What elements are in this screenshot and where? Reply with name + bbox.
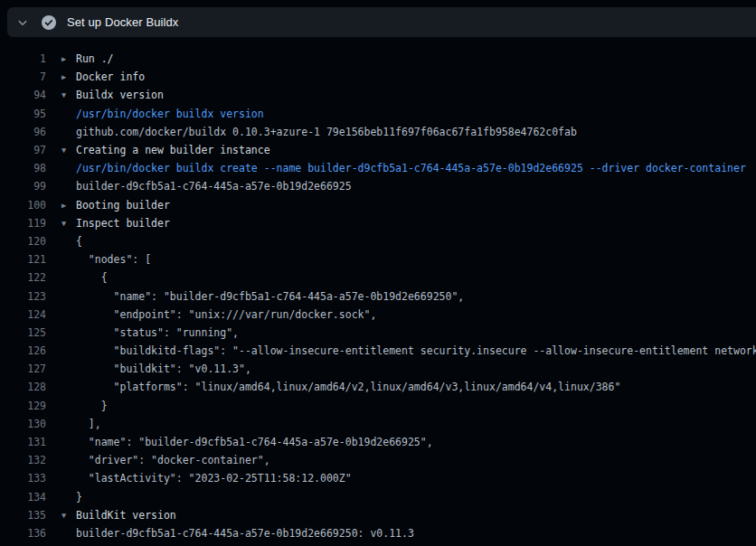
line-number[interactable]: 94 [0, 89, 46, 101]
output-text: ], [76, 418, 101, 430]
line-number[interactable]: 126 [0, 344, 46, 357]
line-number[interactable]: 1 [0, 52, 46, 65]
line-number[interactable]: 7 [0, 71, 46, 83]
line-number[interactable]: 132 [0, 454, 46, 466]
chevron-collapsed-icon[interactable]: ▶ [61, 201, 73, 210]
line-number[interactable]: 129 [0, 400, 46, 412]
chevron-collapsed-icon[interactable]: ▶ [61, 54, 73, 63]
line-number[interactable]: 133 [0, 472, 46, 485]
chevron-down-icon[interactable] [17, 17, 28, 28]
output-text: "driver": "docker-container", [76, 454, 270, 466]
output-text: "name": "builder-d9cfb5a1-c764-445a-a57e… [76, 290, 464, 303]
output-text: "name": "builder-d9cfb5a1-c764-445a-a57e… [76, 436, 433, 448]
group-label: Run ./ [76, 52, 114, 65]
log-line-row: 99builder-d9cfb5a1-c764-445a-a57e-0b19d2… [0, 177, 756, 195]
log-line-row: 136builder-d9cfb5a1-c764-445a-a57e-0b19d… [0, 524, 756, 542]
step-title: Set up Docker Buildx [67, 15, 178, 29]
line-number[interactable]: 121 [0, 253, 46, 266]
output-text: "lastActivity": "2023-02-25T11:58:12.000… [76, 472, 352, 485]
line-number[interactable]: 119 [0, 217, 46, 230]
line-number[interactable]: 136 [0, 527, 46, 540]
output-text: "endpoint": "unix:///var/run/docker.sock… [76, 308, 376, 321]
line-number[interactable]: 131 [0, 436, 46, 448]
line-number[interactable]: 128 [0, 381, 46, 393]
chevron-collapsed-icon[interactable]: ▶ [61, 72, 73, 81]
output-text: builder-d9cfb5a1-c764-445a-a57e-0b19d2e6… [76, 527, 414, 540]
line-number[interactable]: 123 [0, 290, 46, 303]
output-text: } [76, 400, 108, 412]
chevron-expanded-icon[interactable]: ▼ [61, 90, 73, 99]
log-line-row: 131 "name": "builder-d9cfb5a1-c764-445a-… [0, 433, 756, 451]
log-rows: 1▶Run ./7▶Docker info94▼Buildx version95… [0, 50, 756, 542]
line-number[interactable]: 127 [0, 362, 46, 375]
log-line-row: 120{ [0, 232, 756, 250]
log-line-row: 134} [0, 488, 756, 506]
output-text: builder-d9cfb5a1-c764-445a-a57e-0b19d2e6… [76, 180, 352, 193]
line-number[interactable]: 124 [0, 308, 46, 321]
log-line-row: 95/usr/bin/docker buildx version [0, 105, 756, 123]
group-label: Buildx version [76, 89, 164, 101]
log-line-row: 132 "driver": "docker-container", [0, 451, 756, 469]
line-number[interactable]: 95 [0, 108, 46, 120]
log-group-row[interactable]: 94▼Buildx version [0, 86, 756, 104]
chevron-expanded-icon[interactable]: ▼ [61, 511, 73, 520]
log-line-row: 125 "status": "running", [0, 324, 756, 342]
check-circle-icon [42, 15, 56, 30]
group-label: BuildKit version [76, 509, 176, 522]
line-number[interactable]: 130 [0, 418, 46, 430]
output-text: github.com/docker/buildx 0.10.3+azure-1 … [76, 126, 577, 138]
log-line-row: 121 "nodes": [ [0, 250, 756, 268]
command-text: /usr/bin/docker buildx create --name bui… [76, 162, 746, 174]
group-label: Booting builder [76, 199, 170, 212]
output-text: } [76, 491, 82, 504]
line-number[interactable]: 96 [0, 126, 46, 138]
output-text: { [76, 271, 108, 284]
log-line-row: 128 "platforms": "linux/amd64,linux/amd6… [0, 378, 756, 396]
log-group-row[interactable]: 7▶Docker info [0, 68, 756, 86]
log-area: 1▶Run ./7▶Docker info94▼Buildx version95… [0, 37, 756, 546]
log-group-row[interactable]: 119▼Inspect builder [0, 214, 756, 232]
log-group-row[interactable]: 135▼BuildKit version [0, 506, 756, 524]
group-label: Creating a new builder instance [76, 144, 270, 156]
output-text: "nodes": [ [76, 253, 151, 266]
command-text: /usr/bin/docker buildx version [76, 108, 264, 120]
log-line-row: 123 "name": "builder-d9cfb5a1-c764-445a-… [0, 287, 756, 305]
log-line-row: 127 "buildkit": "v0.11.3", [0, 360, 756, 378]
line-number[interactable]: 97 [0, 144, 46, 156]
output-text: "status": "running", [76, 326, 239, 339]
output-text: "buildkit": "v0.11.3", [76, 362, 251, 375]
chevron-expanded-icon[interactable]: ▼ [61, 219, 73, 228]
log-line-row: 133 "lastActivity": "2023-02-25T11:58:12… [0, 469, 756, 487]
line-number[interactable]: 120 [0, 235, 46, 248]
group-label: Inspect builder [76, 217, 170, 230]
line-number[interactable]: 98 [0, 162, 46, 174]
log-group-row[interactable]: 100▶Booting builder [0, 196, 756, 214]
log-group-row[interactable]: 1▶Run ./ [0, 50, 756, 68]
log-line-row: 124 "endpoint": "unix:///var/run/docker.… [0, 306, 756, 324]
log-line-row: 98/usr/bin/docker buildx create --name b… [0, 159, 756, 177]
line-number[interactable]: 134 [0, 491, 46, 504]
step-header[interactable]: Set up Docker Buildx [7, 7, 756, 37]
log-line-row: 130 ], [0, 415, 756, 433]
output-text: "platforms": "linux/amd64,linux/amd64/v2… [76, 381, 620, 393]
log-line-row: 96github.com/docker/buildx 0.10.3+azure-… [0, 123, 756, 141]
line-number[interactable]: 99 [0, 180, 46, 193]
chevron-expanded-icon[interactable]: ▼ [61, 146, 73, 155]
output-text: { [76, 235, 82, 248]
output-text: "buildkitd-flags": "--allow-insecure-ent… [76, 344, 756, 357]
log-line-row: 122 { [0, 268, 756, 287]
line-number[interactable]: 122 [0, 271, 46, 284]
log-line-row: 126 "buildkitd-flags": "--allow-insecure… [0, 342, 756, 360]
line-number[interactable]: 100 [0, 199, 46, 212]
log-line-row: 129 } [0, 397, 756, 415]
line-number[interactable]: 125 [0, 326, 46, 339]
line-number[interactable]: 135 [0, 509, 46, 522]
log-group-row[interactable]: 97▼Creating a new builder instance [0, 141, 756, 159]
group-label: Docker info [76, 71, 145, 83]
